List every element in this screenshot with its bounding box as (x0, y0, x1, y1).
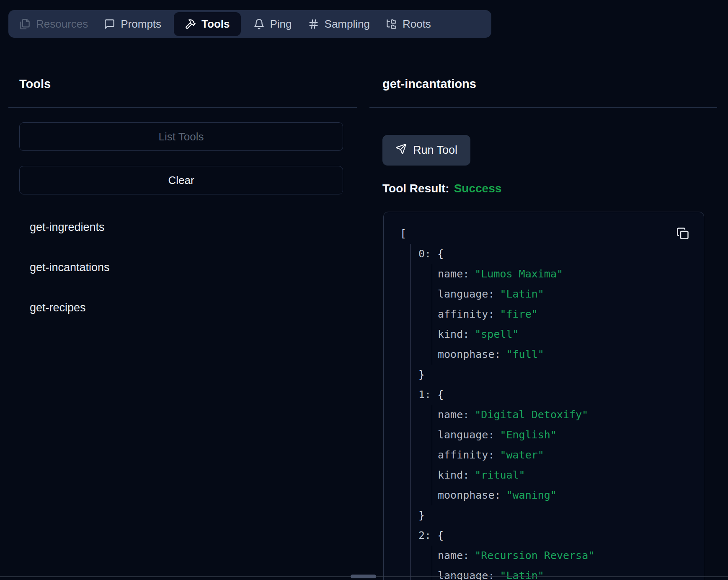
json-indent-guide (432, 405, 432, 505)
tool-result-json-viewer: [0: {name:"Lumos Maxima"language:"Latin"… (383, 212, 704, 580)
tab-label: Tools (201, 18, 230, 31)
tools-panel-divider (8, 107, 357, 108)
tool-result-line: Tool Result:Success (382, 182, 501, 195)
list-tools-button[interactable]: List Tools (19, 122, 343, 151)
hash-icon (308, 18, 319, 30)
tab-label: Roots (403, 18, 431, 31)
send-icon (395, 143, 407, 158)
run-tool-button[interactable]: Run Tool (382, 135, 470, 166)
message-square-icon (104, 18, 115, 30)
detail-panel-divider (369, 107, 717, 108)
tool-list-item[interactable]: get-recipes (19, 287, 343, 328)
tab-tools[interactable]: Tools (174, 12, 240, 36)
json-row: 1: { (384, 385, 704, 405)
app-root: ResourcesPromptsToolsPingSamplingRoots T… (0, 0, 728, 580)
tab-sampling[interactable]: Sampling (308, 18, 370, 31)
tab-ping[interactable]: Ping (253, 18, 292, 31)
tab-resources[interactable]: Resources (19, 18, 88, 31)
tool-result-status: Success (454, 182, 502, 195)
hammer-icon (185, 18, 196, 30)
bell-icon (253, 18, 265, 30)
run-tool-label: Run Tool (413, 144, 457, 157)
tool-list-item[interactable]: get-incantations (19, 247, 343, 287)
clear-button[interactable]: Clear (19, 166, 343, 194)
json-row: } (384, 365, 704, 385)
files-icon (19, 18, 31, 30)
horizontal-scrollbar-thumb[interactable] (351, 575, 376, 578)
json-row: [ (384, 224, 704, 244)
json-row: 2: { (384, 526, 704, 546)
tool-list-item[interactable]: get-ingredients (19, 207, 343, 247)
panel-resizer[interactable] (357, 40, 369, 577)
tab-label: Prompts (121, 18, 161, 31)
tab-label: Resources (36, 18, 88, 31)
tab-label: Ping (270, 18, 292, 31)
json-indent-guide (432, 546, 432, 580)
selected-tool-title: get-incantations (382, 77, 476, 91)
tool-result-label: Tool Result: (382, 182, 449, 195)
tab-label: Sampling (325, 18, 370, 31)
tab-bar: ResourcesPromptsToolsPingSamplingRoots (8, 10, 491, 38)
json-row: } (384, 505, 704, 526)
json-indent-guide (410, 244, 411, 580)
tool-list: get-ingredientsget-incantationsget-recip… (19, 207, 343, 328)
tools-panel-title: Tools (19, 77, 51, 91)
json-indent-guide (432, 264, 432, 365)
tab-roots[interactable]: Roots (386, 18, 431, 31)
tab-prompts[interactable]: Prompts (104, 18, 161, 31)
folder-tree-icon (386, 18, 397, 30)
json-row: 0: { (384, 244, 704, 264)
